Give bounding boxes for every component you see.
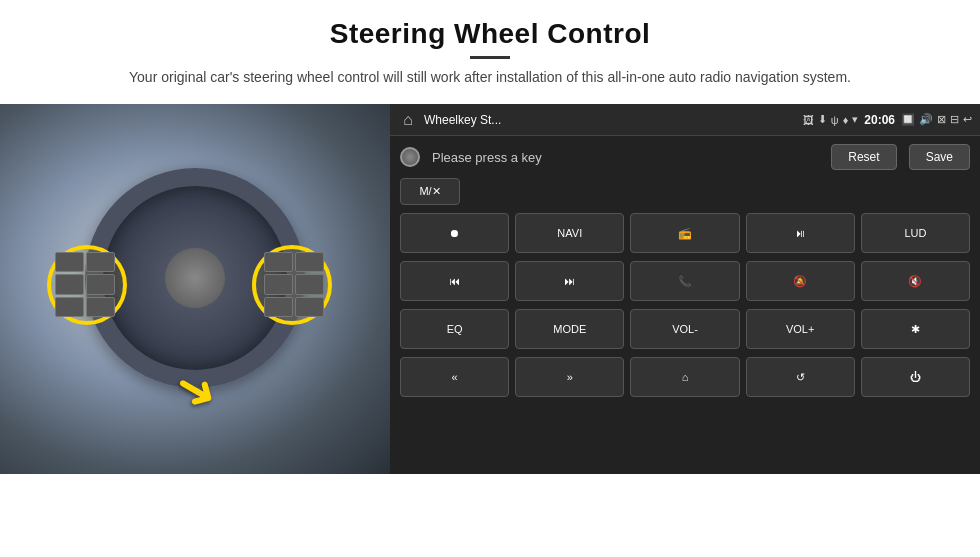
image-icon: 🖼	[803, 114, 814, 126]
grid-btn-power[interactable]: ⏻	[861, 357, 970, 397]
playpause-icon: ⏯	[795, 227, 806, 239]
home-btn-icon: ⌂	[682, 371, 689, 383]
sw-btn	[264, 252, 293, 272]
page-wrapper: Steering Wheel Control Your original car…	[0, 0, 980, 557]
next-icon: ⏭	[564, 275, 575, 287]
sw-btn	[295, 274, 324, 294]
grid-btn-navi[interactable]: NAVI	[515, 213, 624, 253]
grid-btn-forward[interactable]: »	[515, 357, 624, 397]
mute-row: M/✕	[400, 178, 970, 205]
sw-btn-cluster-right	[264, 252, 324, 317]
title-divider	[470, 56, 510, 59]
page-title: Steering Wheel Control	[129, 18, 851, 50]
signal-icon: ▾	[852, 113, 858, 126]
steering-wheel-hub	[165, 248, 225, 308]
app-name: Wheelkey St...	[424, 113, 797, 127]
grid-btn-lud[interactable]: LUD	[861, 213, 970, 253]
sw-btn	[264, 297, 293, 317]
grid-btn-mode[interactable]: MODE	[515, 309, 624, 349]
sw-btn	[295, 252, 324, 272]
close-icon[interactable]: ⊠	[937, 113, 946, 126]
vol-down-label: VOL-	[672, 323, 698, 335]
subtitle: Your original car's steering wheel contr…	[129, 67, 851, 88]
lud-label: LUD	[904, 227, 926, 239]
title-section: Steering Wheel Control Your original car…	[129, 0, 851, 94]
grid-btn-bluetooth[interactable]: ✱	[861, 309, 970, 349]
radio-icon: 📻	[678, 227, 692, 240]
sw-btn	[55, 274, 84, 294]
button-grid-row-3: EQ MODE VOL- VOL+ ✱	[400, 309, 970, 349]
sw-btn	[86, 274, 115, 294]
save-button[interactable]: Save	[909, 144, 970, 170]
usb-icon: ψ	[831, 114, 839, 126]
grid-btn-home[interactable]: ⌂	[630, 357, 739, 397]
rewind-icon: «	[452, 371, 458, 383]
grid-btn-phone[interactable]: 📞	[630, 261, 739, 301]
grid-btn-vol-down[interactable]: VOL-	[630, 309, 739, 349]
grid-btn-radio[interactable]: 📻	[630, 213, 739, 253]
grid-btn-refresh[interactable]: ↺	[746, 357, 855, 397]
grid-btn-rewind[interactable]: «	[400, 357, 509, 397]
grid-btn-next[interactable]: ⏭	[515, 261, 624, 301]
key-assign-row: Please press a key Reset Save	[400, 144, 970, 170]
button-grid-row-4: « » ⌂ ↺ ⏻	[400, 357, 970, 397]
back-icon[interactable]: ↩	[963, 113, 972, 126]
home-icon[interactable]: ⌂	[398, 110, 418, 130]
grid-btn-vol-up[interactable]: VOL+	[746, 309, 855, 349]
steering-wheel-image: ➜	[0, 104, 390, 474]
sw-btn-cluster-left	[55, 252, 115, 317]
sw-btn	[55, 252, 84, 272]
mute-vol-label: M/✕	[419, 185, 440, 198]
mode-label: MODE	[553, 323, 586, 335]
button-grid-row-1: ⏺ NAVI 📻 ⏯ LUD	[400, 213, 970, 253]
grid-btn-mute2[interactable]: 🔕	[746, 261, 855, 301]
volume-icon[interactable]: 🔊	[919, 113, 933, 126]
grid-btn-eq[interactable]: EQ	[400, 309, 509, 349]
key-placeholder: Please press a key	[432, 150, 819, 165]
grid-btn-playpause[interactable]: ⏯	[746, 213, 855, 253]
sw-btn	[55, 297, 84, 317]
forward-icon: »	[567, 371, 573, 383]
prev-icon: ⏮	[449, 275, 460, 287]
grid-btn-record[interactable]: ⏺	[400, 213, 509, 253]
key-indicator	[400, 147, 420, 167]
grid-btn-prev[interactable]: ⏮	[400, 261, 509, 301]
status-icons-right: 🔲 🔊 ⊠ ⊟ ↩	[901, 113, 972, 126]
eq-label: EQ	[447, 323, 463, 335]
sw-btn	[295, 297, 324, 317]
steering-wheel-bg: ➜	[0, 104, 390, 474]
mute-icon: 🔕	[793, 275, 807, 288]
sw-btn	[86, 252, 115, 272]
navi-label: NAVI	[557, 227, 582, 239]
vol-mute-icon: 🔇	[908, 275, 922, 288]
button-grid-row-2: ⏮ ⏭ 📞 🔕 🔇	[400, 261, 970, 301]
content-area: ➜ ⌂ Wheelkey St... 🖼 ⬇ ψ ♦ ▾ 20:06 🔲 🔊	[0, 104, 980, 557]
download-icon: ⬇	[818, 113, 827, 126]
grid-btn-mute3[interactable]: 🔇	[861, 261, 970, 301]
status-time: 20:06	[864, 113, 895, 127]
vol-up-label: VOL+	[786, 323, 814, 335]
record-icon: ⏺	[449, 227, 460, 239]
battery-icon: 🔲	[901, 113, 915, 126]
android-screen: ⌂ Wheelkey St... 🖼 ⬇ ψ ♦ ▾ 20:06 🔲 🔊 ⊠ ⊟…	[390, 104, 980, 474]
phone-icon: 📞	[678, 275, 692, 288]
reset-button[interactable]: Reset	[831, 144, 896, 170]
power-icon: ⏻	[910, 371, 921, 383]
location-icon: ♦	[843, 114, 849, 126]
screen-content: Please press a key Reset Save M/✕ ⏺ NAVI…	[390, 136, 980, 474]
sw-btn	[264, 274, 293, 294]
sw-btn	[86, 297, 115, 317]
bluetooth-icon: ✱	[911, 323, 920, 336]
status-bar: ⌂ Wheelkey St... 🖼 ⬇ ψ ♦ ▾ 20:06 🔲 🔊 ⊠ ⊟…	[390, 104, 980, 136]
status-icons: 🖼 ⬇ ψ ♦ ▾	[803, 113, 858, 126]
minimize-icon[interactable]: ⊟	[950, 113, 959, 126]
refresh-icon: ↺	[796, 371, 805, 384]
mute-vol-button[interactable]: M/✕	[400, 178, 460, 205]
